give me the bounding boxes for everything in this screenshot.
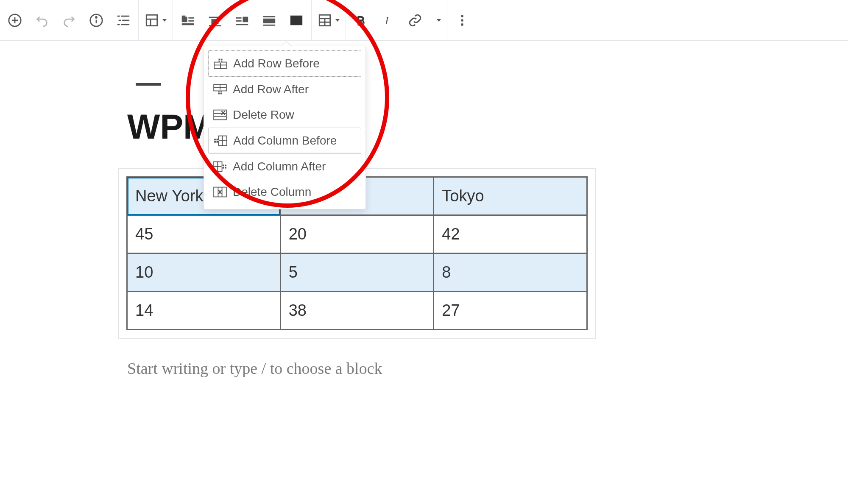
redo-button[interactable] xyxy=(59,10,80,31)
table-row[interactable]: 45 20 42 xyxy=(127,215,587,253)
dropdown-add-column-after[interactable]: Add Column After xyxy=(208,154,361,179)
bold-button[interactable]: B xyxy=(350,10,371,31)
svg-rect-7 xyxy=(121,15,129,17)
svg-rect-27 xyxy=(236,20,242,22)
svg-rect-20 xyxy=(188,20,194,22)
new-block-placeholder[interactable]: Start writing or type / to choose a bloc… xyxy=(127,359,823,378)
more-format-button[interactable] xyxy=(432,10,443,31)
table-cell[interactable]: 8 xyxy=(434,253,587,292)
table-cell[interactable]: 20 xyxy=(280,215,434,253)
dropdown-delete-column[interactable]: Delete Column xyxy=(208,179,361,205)
toolbar-group-block xyxy=(139,0,173,41)
toolbar-group-more xyxy=(447,0,477,41)
italic-button[interactable]: I xyxy=(377,10,399,31)
svg-text:I: I xyxy=(385,14,389,26)
info-button[interactable] xyxy=(86,10,107,31)
table-cell[interactable]: 14 xyxy=(127,292,281,330)
toolbar-group-insert xyxy=(4,0,139,41)
svg-rect-18 xyxy=(182,17,187,22)
align-left-button[interactable] xyxy=(177,10,198,31)
svg-rect-31 xyxy=(263,24,275,25)
svg-rect-6 xyxy=(117,15,120,17)
table-edit-button[interactable] xyxy=(316,10,341,31)
svg-rect-26 xyxy=(236,17,242,18)
table-row[interactable]: 10 5 8 xyxy=(127,253,587,292)
dropdown-item-label: Add Column Before xyxy=(233,134,337,148)
toolbar-group-format: B I xyxy=(346,0,447,41)
svg-rect-29 xyxy=(263,16,275,17)
toolbar-group-table xyxy=(312,0,346,41)
add-block-button[interactable] xyxy=(4,10,25,31)
toolbar: B I xyxy=(0,0,848,41)
svg-point-41 xyxy=(461,23,463,26)
dropdown-item-label: Delete Row xyxy=(233,108,294,122)
align-center-button[interactable] xyxy=(204,10,226,31)
outline-button[interactable] xyxy=(113,10,134,31)
svg-rect-28 xyxy=(236,24,248,25)
svg-rect-32 xyxy=(290,15,302,25)
link-button[interactable] xyxy=(404,10,426,31)
separator-block[interactable] xyxy=(136,83,161,86)
dropdown-add-row-before[interactable]: Add Row Before xyxy=(208,50,361,77)
dropdown-item-label: Delete Column xyxy=(233,185,311,199)
svg-rect-19 xyxy=(188,17,194,18)
svg-rect-10 xyxy=(117,24,120,25)
align-full-button[interactable] xyxy=(286,10,307,31)
svg-rect-24 xyxy=(209,25,221,26)
dropdown-delete-row[interactable]: Delete Row xyxy=(208,102,361,128)
dropdown-add-column-before[interactable]: Add Column Before xyxy=(208,128,361,154)
align-right-button[interactable] xyxy=(232,10,253,31)
svg-rect-23 xyxy=(212,19,219,24)
svg-text:B: B xyxy=(357,14,365,26)
table-cell[interactable]: 5 xyxy=(280,253,434,292)
more-options-button[interactable] xyxy=(452,10,473,31)
table-edit-dropdown: Add Row Before Add Row After Delete Row … xyxy=(204,46,366,209)
undo-button[interactable] xyxy=(31,10,53,31)
svg-point-5 xyxy=(96,17,97,18)
svg-rect-30 xyxy=(263,18,275,23)
dropdown-add-row-after[interactable]: Add Row After xyxy=(208,77,361,102)
table-cell[interactable]: 38 xyxy=(280,292,434,330)
table-cell[interactable]: 10 xyxy=(127,253,281,292)
svg-rect-8 xyxy=(119,19,121,21)
svg-rect-12 xyxy=(146,15,157,26)
editor-content: WPMar New York Tokyo 45 20 42 10 5 8 14 … xyxy=(0,41,848,395)
table-cell[interactable]: 42 xyxy=(434,215,587,253)
block-type-button[interactable] xyxy=(143,10,168,31)
svg-rect-25 xyxy=(243,17,248,22)
table-cell[interactable]: 45 xyxy=(127,215,281,253)
svg-point-40 xyxy=(461,19,463,22)
svg-rect-11 xyxy=(121,24,129,25)
dropdown-item-label: Add Column After xyxy=(233,160,326,173)
svg-rect-9 xyxy=(122,19,129,21)
table-header-cell[interactable]: Tokyo xyxy=(434,177,587,215)
table-cell[interactable]: 27 xyxy=(434,292,587,330)
svg-point-39 xyxy=(461,15,463,17)
toolbar-group-align xyxy=(173,0,312,41)
dropdown-item-label: Add Row Before xyxy=(233,57,320,70)
svg-rect-22 xyxy=(209,17,221,18)
align-wide-button[interactable] xyxy=(259,10,280,31)
svg-rect-21 xyxy=(182,24,194,25)
dropdown-item-label: Add Row After xyxy=(233,83,309,96)
table-row[interactable]: 14 38 27 xyxy=(127,292,587,330)
